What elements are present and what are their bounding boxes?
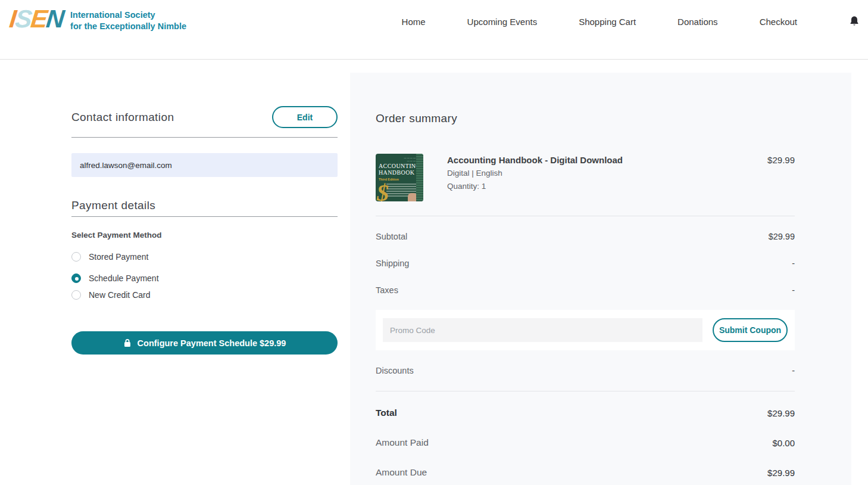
order-summary-panel: Order summary — — — — —— — — — ACCOUNTIN… xyxy=(350,73,851,485)
radio-button-icon[interactable] xyxy=(71,273,81,283)
nav-items: Home Upcoming Events Shopping Cart Donat… xyxy=(402,17,797,27)
contact-information-title: Contact information xyxy=(71,111,174,124)
brand-mark: ISEN xyxy=(8,6,65,32)
amount-due-label: Amount Due xyxy=(376,467,427,478)
taxes-label: Taxes xyxy=(376,285,398,295)
amount-paid-row: Amount Paid $0.00 xyxy=(376,437,795,448)
header: ISEN International Society for the Excep… xyxy=(0,0,868,60)
subtotal-row: Subtotal $29.99 xyxy=(376,232,795,241)
product-image: — — — — —— — — — ACCOUNTING HANDBOOK Thi… xyxy=(376,154,423,201)
lock-icon xyxy=(123,338,132,347)
cover-top-text: — — — — —— — — — xyxy=(391,156,419,162)
nav-item-upcoming-events[interactable]: Upcoming Events xyxy=(467,17,538,27)
radio-stored-payment-label: Stored Payment xyxy=(89,252,148,262)
amount-due-row: Amount Due $29.99 xyxy=(376,467,795,478)
radio-new-credit-card-label: New Credit Card xyxy=(89,290,150,300)
radio-schedule-payment[interactable]: Schedule Payment xyxy=(71,273,338,283)
payment-divider xyxy=(71,216,338,217)
product-quantity: Quantity: 1 xyxy=(447,182,767,191)
radio-button-icon[interactable] xyxy=(71,290,81,300)
product-info: Accounting Handbook - Digital Download D… xyxy=(447,154,767,201)
product-meta: Digital | English xyxy=(447,169,767,178)
radio-schedule-payment-label: Schedule Payment xyxy=(89,273,159,283)
radio-stored-payment[interactable]: Stored Payment xyxy=(71,252,338,262)
subtotal-value: $29.99 xyxy=(769,232,795,241)
order-line-item: — — — — —— — — — ACCOUNTING HANDBOOK Thi… xyxy=(376,154,795,201)
cover-dollar-sign: $ xyxy=(377,181,389,201)
discounts-value: - xyxy=(792,366,795,375)
submit-coupon-button[interactable]: Submit Coupon xyxy=(713,318,788,342)
select-payment-method-label: Select Payment Method xyxy=(71,231,338,240)
brand-tagline: International Society for the Exceptiona… xyxy=(70,10,186,32)
total-row: Total $29.99 xyxy=(376,408,795,418)
configure-payment-schedule-button[interactable]: Configure Payment Schedule $29.99 xyxy=(71,331,338,355)
total-label: Total xyxy=(376,408,397,418)
brand-logo[interactable]: ISEN International Society for the Excep… xyxy=(10,6,186,32)
radio-button-icon[interactable] xyxy=(71,252,81,262)
order-summary-content: Order summary — — — — —— — — — ACCOUNTIN… xyxy=(350,73,851,478)
total-value: $29.99 xyxy=(767,408,795,418)
promo-code-input[interactable] xyxy=(383,318,702,342)
subtotal-label: Subtotal xyxy=(376,232,407,241)
summary-divider-top xyxy=(376,216,795,216)
main-nav: Home Upcoming Events Shopping Cart Donat… xyxy=(402,0,859,59)
amount-due-value: $29.99 xyxy=(767,468,795,478)
shipping-value: - xyxy=(792,259,795,268)
cover-edge-texture xyxy=(416,154,423,201)
nav-item-shopping-cart[interactable]: Shopping Cart xyxy=(579,17,636,27)
brand-tagline-line2: for the Exceptionally Nimble xyxy=(70,21,186,32)
amount-paid-value: $0.00 xyxy=(772,438,795,448)
discounts-label: Discounts xyxy=(376,366,414,375)
configure-button-label: Configure Payment Schedule $29.99 xyxy=(138,338,286,348)
cover-title: ACCOUNTING HANDBOOK xyxy=(379,163,420,176)
nav-item-donations[interactable]: Donations xyxy=(677,17,718,27)
promo-code-section: Submit Coupon xyxy=(376,310,795,350)
shipping-label: Shipping xyxy=(376,259,409,268)
edit-contact-button[interactable]: Edit xyxy=(272,106,338,128)
brand-letter: N xyxy=(45,5,64,33)
notifications-bell-icon[interactable] xyxy=(850,15,859,29)
contact-section-header: Contact information Edit xyxy=(71,106,338,128)
product-price: $29.99 xyxy=(767,154,795,201)
payment-details-title: Payment details xyxy=(71,199,338,212)
amount-paid-label: Amount Paid xyxy=(376,437,429,448)
contact-email-field[interactable]: alfred.lawson@email.com xyxy=(71,153,338,177)
order-summary-title: Order summary xyxy=(376,73,795,125)
taxes-row: Taxes - xyxy=(376,285,795,295)
contact-divider xyxy=(71,137,338,138)
summary-divider-bottom xyxy=(376,391,795,391)
radio-new-credit-card[interactable]: New Credit Card xyxy=(71,290,338,300)
product-title: Accounting Handbook - Digital Download xyxy=(447,154,767,165)
taxes-value: - xyxy=(792,285,795,295)
nav-item-home[interactable]: Home xyxy=(402,17,426,27)
discounts-row: Discounts - xyxy=(376,366,795,375)
checkout-left-column: Contact information Edit alfred.lawson@e… xyxy=(71,60,338,355)
main-content: Contact information Edit alfred.lawson@e… xyxy=(0,60,868,485)
nav-item-checkout[interactable]: Checkout xyxy=(760,17,797,27)
brand-tagline-line1: International Society xyxy=(70,10,186,21)
shipping-row: Shipping - xyxy=(376,259,795,268)
